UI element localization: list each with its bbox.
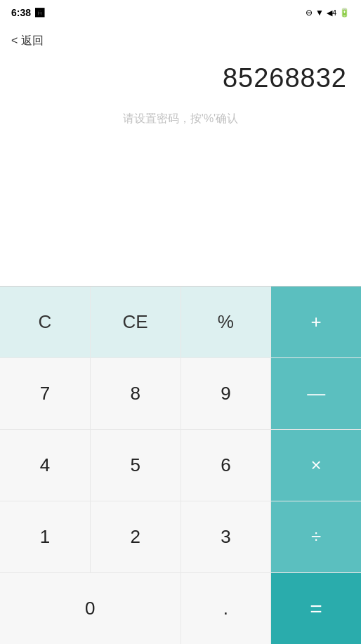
key-nine[interactable]: 9	[181, 358, 271, 429]
battery-icon: 🔋	[339, 8, 350, 18]
status-left: 6:38 🅰	[11, 7, 44, 18]
nav-bar: < 返回	[0, 25, 361, 56]
keypad: C CE % + 7 8 9 — 4 5 6 × 1 2 3 ÷	[0, 286, 361, 644]
key-minus[interactable]: —	[271, 358, 361, 429]
key-equals[interactable]: =	[271, 573, 361, 644]
key-dot[interactable]: .	[181, 573, 271, 644]
key-three[interactable]: 3	[181, 501, 271, 572]
status-notch-icon: 🅰	[35, 8, 44, 18]
key-one[interactable]: 1	[0, 501, 90, 572]
key-two[interactable]: 2	[91, 501, 180, 572]
key-six[interactable]: 6	[181, 430, 271, 501]
key-c[interactable]: C	[0, 287, 90, 357]
back-button[interactable]: < 返回	[11, 34, 44, 48]
status-bar: 6:38 🅰 ⊖ ▼ ◀4 🔋	[0, 0, 361, 25]
key-seven[interactable]: 7	[0, 358, 90, 429]
key-plus[interactable]: +	[271, 287, 361, 357]
signal-icon: ◀4	[327, 8, 336, 18]
minus-circle-icon: ⊖	[306, 8, 313, 18]
hint-text: 请设置密码，按'%'确认	[14, 112, 347, 126]
back-label: < 返回	[11, 34, 44, 48]
key-zero[interactable]: 0	[0, 573, 180, 644]
key-eight[interactable]: 8	[91, 358, 180, 429]
wifi-icon: ▼	[315, 8, 324, 18]
status-time: 6:38	[11, 7, 31, 18]
key-ce[interactable]: CE	[91, 287, 180, 357]
status-right: ⊖ ▼ ◀4 🔋	[306, 8, 350, 18]
display-area: 85268832 请设置密码，按'%'确认	[0, 56, 361, 286]
key-four[interactable]: 4	[0, 430, 90, 501]
key-multiply[interactable]: ×	[271, 430, 361, 501]
display-value: 85268832	[14, 56, 347, 105]
key-divide[interactable]: ÷	[271, 501, 361, 572]
key-five[interactable]: 5	[91, 430, 180, 501]
key-percent[interactable]: %	[181, 287, 271, 357]
